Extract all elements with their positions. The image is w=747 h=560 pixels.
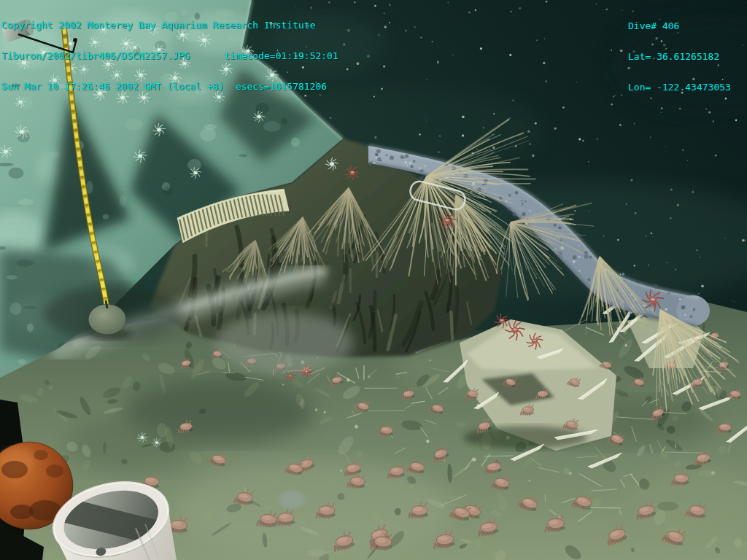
- longitude: Lon= -122.43473053: [628, 82, 731, 93]
- latitude: Lat= 36.61265182: [628, 52, 731, 62]
- overlay-bottom: Depth= 2896.1 m Temp= 1.684 C Sal= 34.35…: [1, 544, 441, 560]
- file-timecode-line: Tiburon/2002/tibr406/DSCN2257.JPG timeco…: [1, 51, 338, 61]
- copyright-line: Copyright 2002 Monterey Bay Aquarium Res…: [1, 20, 338, 31]
- dive-number: Dive# 406: [628, 21, 731, 31]
- datetime-esecs-line: Sun Mar 10 17:26:46 2002 GMT (local +8) …: [1, 82, 338, 92]
- rov-video-frame: Copyright 2002 Monterey Bay Aquarium Res…: [0, 0, 747, 560]
- overlay-top-left: Copyright 2002 Monterey Bay Aquarium Res…: [1, 0, 338, 102]
- overlay-top-right: Dive# 406 Lat= 36.61265182 Lon= -122.434…: [628, 1, 731, 103]
